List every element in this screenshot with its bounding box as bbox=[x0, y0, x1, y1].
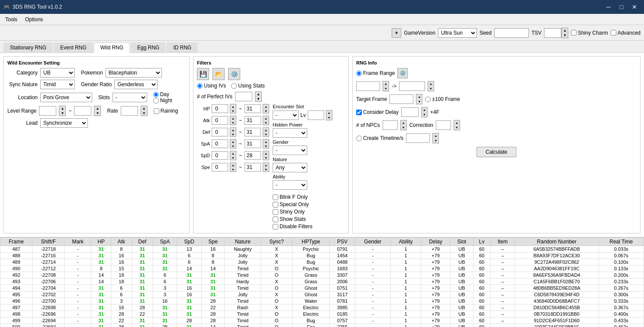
frame-from-input[interactable]: 486 bbox=[356, 81, 380, 91]
frame-from-up[interactable]: ▲ bbox=[383, 81, 389, 86]
level-max-down[interactable]: ▼ bbox=[94, 111, 100, 116]
sync-nature-select[interactable]: Timid bbox=[40, 80, 75, 89]
target-frame-input[interactable]: 9692 bbox=[390, 94, 413, 104]
slots-select[interactable]: - bbox=[113, 93, 147, 102]
correction-up[interactable]: ▲ bbox=[454, 120, 460, 125]
spd-max[interactable] bbox=[245, 151, 261, 160]
tab-stationary-rng[interactable]: Stationary RNG bbox=[3, 42, 53, 52]
hp-max-down[interactable]: ▼ bbox=[263, 109, 269, 113]
spd-min[interactable] bbox=[212, 151, 228, 160]
target-frame-down[interactable]: ▼ bbox=[416, 99, 422, 104]
atk-min[interactable] bbox=[212, 116, 228, 125]
hp-min-down[interactable]: ▼ bbox=[230, 109, 236, 113]
frame-range-radio[interactable] bbox=[356, 71, 362, 76]
consider-delay-checkbox[interactable] bbox=[356, 110, 362, 115]
hp-min-up[interactable]: ▲ bbox=[230, 104, 236, 109]
frame-to-down[interactable]: ▼ bbox=[428, 86, 434, 91]
timeline-down[interactable]: ▼ bbox=[433, 138, 438, 143]
tsv-up[interactable]: ▲ bbox=[562, 28, 568, 33]
npcs-up[interactable]: ▲ bbox=[401, 120, 406, 125]
encounter-slot-select[interactable]: - bbox=[273, 110, 299, 120]
close-button[interactable]: ✕ bbox=[628, 1, 641, 13]
spe-max-down[interactable]: ▼ bbox=[263, 167, 269, 172]
spa-min[interactable] bbox=[212, 139, 228, 148]
advanced-checkbox[interactable] bbox=[611, 30, 616, 36]
rate-up[interactable]: ▲ bbox=[141, 106, 147, 111]
npcs-input[interactable]: 0 bbox=[383, 120, 398, 130]
location-select[interactable]: Poni Grove bbox=[40, 93, 92, 102]
tools-menu[interactable]: Tools bbox=[2, 16, 21, 23]
target-frame-up[interactable]: ▲ bbox=[416, 94, 422, 99]
timeline-input[interactable]: 3600 bbox=[406, 133, 430, 143]
night-radio[interactable] bbox=[153, 98, 159, 104]
gender-filter-select[interactable]: - bbox=[273, 146, 307, 155]
hp-max-up[interactable]: ▲ bbox=[263, 104, 269, 109]
results-table-container[interactable]: Frame Shift/F Mark HP Atk Def SpA SpD Sp… bbox=[0, 237, 644, 327]
hidden-power-select[interactable]: - bbox=[273, 128, 307, 138]
tab-id-rng[interactable]: ID RNG bbox=[167, 42, 198, 52]
category-select[interactable]: UB bbox=[40, 68, 75, 78]
save-filter-button[interactable]: 💾 bbox=[197, 68, 209, 80]
spd-min-down[interactable]: ▼ bbox=[230, 155, 236, 160]
delay-up[interactable]: ▲ bbox=[422, 107, 427, 112]
frame-to-up[interactable]: ▲ bbox=[428, 81, 434, 86]
show-stats-checkbox[interactable] bbox=[273, 217, 278, 222]
lv-input[interactable]: 60 bbox=[308, 110, 324, 120]
disable-filters-checkbox[interactable] bbox=[273, 224, 278, 230]
spe-min-up[interactable]: ▲ bbox=[230, 163, 236, 167]
plus-button[interactable]: + bbox=[392, 28, 401, 38]
spe-max[interactable] bbox=[245, 163, 261, 172]
spa-min-up[interactable]: ▲ bbox=[230, 139, 236, 144]
spa-max[interactable] bbox=[245, 139, 261, 148]
correction-down[interactable]: ▼ bbox=[454, 125, 460, 130]
delay-input[interactable]: 8 bbox=[401, 107, 419, 117]
load-filter-button[interactable]: 📂 bbox=[213, 68, 225, 80]
spa-max-up[interactable]: ▲ bbox=[263, 139, 269, 144]
calculate-button[interactable]: Calculate bbox=[477, 147, 516, 157]
frame-range-settings-button[interactable]: ⚙️ bbox=[397, 68, 408, 78]
rate-input[interactable]: 80 bbox=[121, 106, 138, 116]
level-max-input[interactable]: 55 bbox=[74, 106, 91, 116]
tab-egg-rng[interactable]: Egg RNG bbox=[131, 42, 166, 52]
lv-down[interactable]: ▼ bbox=[326, 115, 332, 120]
spa-max-down[interactable]: ▼ bbox=[263, 144, 269, 148]
using-ivs-radio[interactable] bbox=[197, 83, 203, 89]
tab-event-rng[interactable]: Event RNG bbox=[54, 42, 93, 52]
seed-input[interactable]: 5E146753 bbox=[494, 28, 529, 38]
spa-min-down[interactable]: ▼ bbox=[230, 144, 236, 148]
lv-up[interactable]: ▲ bbox=[326, 110, 332, 115]
shiny-only-checkbox[interactable] bbox=[273, 209, 278, 215]
def-min-up[interactable]: ▲ bbox=[230, 128, 236, 132]
perfect-ivs-up[interactable]: ▲ bbox=[255, 92, 261, 97]
tab-wild-rng[interactable]: Wild RNG bbox=[94, 42, 130, 53]
tsv-input[interactable]: 0 bbox=[544, 28, 561, 38]
shiny-charm-checkbox[interactable] bbox=[571, 30, 576, 36]
level-min-up[interactable]: ▲ bbox=[59, 106, 65, 111]
rate-down[interactable]: ▼ bbox=[141, 111, 147, 116]
timeline-up[interactable]: ▲ bbox=[433, 133, 438, 138]
spd-min-up[interactable]: ▲ bbox=[230, 151, 236, 155]
level-min-input[interactable]: 52 bbox=[39, 106, 56, 116]
maximize-button[interactable]: □ bbox=[615, 1, 628, 13]
hp-min[interactable] bbox=[212, 104, 228, 113]
using-stats-radio[interactable] bbox=[231, 83, 237, 89]
gender-ratio-select[interactable]: Genderless bbox=[114, 80, 158, 89]
def-min[interactable] bbox=[212, 128, 228, 136]
options-menu[interactable]: Options bbox=[22, 16, 46, 23]
minimize-button[interactable]: ─ bbox=[602, 1, 615, 13]
atk-max-down[interactable]: ▼ bbox=[263, 120, 269, 125]
plus-minus-radio[interactable] bbox=[425, 97, 431, 102]
tsv-down[interactable]: ▼ bbox=[562, 33, 568, 38]
correction-input[interactable]: 9 bbox=[436, 120, 451, 130]
special-only-checkbox[interactable] bbox=[273, 202, 278, 207]
spe-max-up[interactable]: ▲ bbox=[263, 163, 269, 167]
blink-f-only-checkbox[interactable] bbox=[273, 194, 278, 200]
spe-min-down[interactable]: ▼ bbox=[230, 167, 236, 172]
frame-from-down[interactable]: ▼ bbox=[383, 86, 389, 91]
raining-checkbox[interactable] bbox=[154, 108, 159, 114]
game-version-select[interactable]: Ultra Sun Ultra Moon Sun Moon bbox=[438, 28, 477, 38]
spe-min[interactable] bbox=[212, 163, 228, 172]
ability-select[interactable]: - bbox=[273, 180, 307, 190]
def-max-up[interactable]: ▲ bbox=[263, 128, 269, 132]
nature-select[interactable]: Any bbox=[273, 163, 307, 172]
